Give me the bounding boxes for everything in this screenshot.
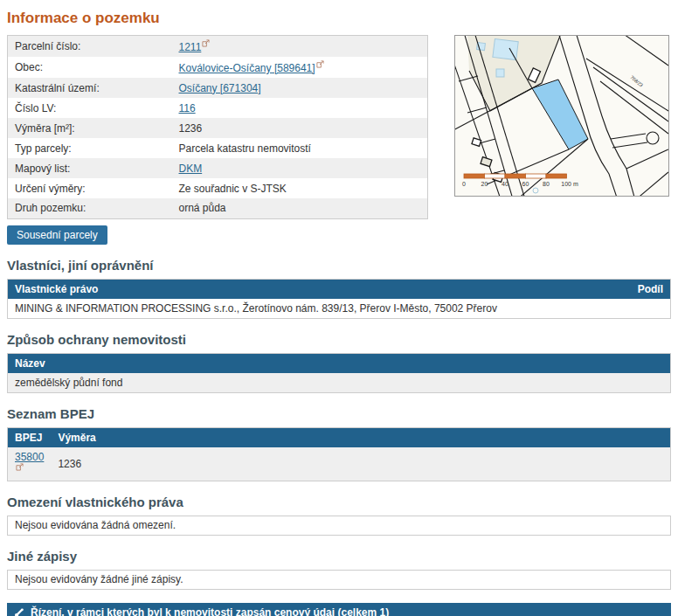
other-entries-empty-box: Nejsou evidovány žádné jiné zápisy.: [7, 570, 671, 590]
row-value: orná půda: [172, 198, 428, 218]
protection-value: zemědělský půdní fond: [8, 373, 671, 393]
external-link-icon: [316, 60, 324, 68]
restrictions-empty-text: Nejsou evidována žádná omezení.: [15, 519, 176, 531]
parcel-info-page: Informace o pozemku Parcelní číslo: 1211…: [0, 0, 678, 616]
protection-col-name: Název: [8, 353, 671, 373]
row-value: DKM: [172, 158, 428, 178]
svg-text:20: 20: [481, 181, 488, 187]
map-sheet-link[interactable]: DKM: [179, 163, 203, 175]
owners-col-right: Vlastnické právo: [8, 279, 621, 299]
table-row: Obec: Koválovice-Osíčany [589641]: [8, 57, 428, 78]
row-label: Určení výměry:: [8, 178, 172, 198]
owners-heading: Vlastníci, jiní oprávnění: [7, 258, 671, 273]
row-label: Číslo LV:: [8, 98, 172, 118]
row-label: Parcelní číslo:: [8, 36, 172, 58]
row-value: 1236: [172, 118, 428, 138]
row-label: Obec:: [8, 57, 172, 78]
cadastral-territory-link[interactable]: Osíčany [671304]: [179, 82, 261, 94]
bpej-heading: Seznam BPEJ: [7, 406, 671, 421]
table-row: Parcelní číslo: 1211: [8, 36, 428, 58]
bpej-link[interactable]: 35800: [15, 451, 44, 463]
table-row: MINING & INFORMATION PROCESSING s.r.o., …: [8, 299, 671, 319]
restrictions-empty-box: Nejsou evidována žádná omezení.: [7, 516, 671, 536]
table-row: Číslo LV: 116: [8, 98, 428, 118]
table-row: 35800 1236: [8, 447, 671, 481]
table-row: zemědělský půdní fond: [8, 373, 671, 393]
row-value: Ze souřadnic v S-JTSK: [172, 178, 428, 198]
table-row: Typ parcely: Parcela katastru nemovitost…: [8, 138, 428, 158]
row-label: Druh pozemku:: [8, 198, 172, 218]
page-title: Informace o pozemku: [7, 10, 671, 27]
svg-text:60: 60: [522, 181, 529, 187]
accordion-label: Řízení, v rámci kterých byl k nemovitost…: [31, 606, 389, 616]
owners-col-share: Podíl: [621, 279, 671, 299]
row-value: 1211: [172, 36, 428, 58]
bpej-area-cell: 1236: [51, 447, 670, 481]
top-section: Parcelní číslo: 1211 Obec: Koválovice-Os…: [7, 35, 671, 219]
link-icon: [14, 607, 24, 616]
svg-text:40: 40: [502, 181, 508, 187]
bpej-table: BPEJ Výměra 35800 1236: [7, 427, 671, 481]
external-link-icon: [202, 39, 210, 47]
lv-number-link[interactable]: 116: [179, 102, 196, 114]
row-label: Typ parcely:: [8, 138, 172, 158]
cadastral-map-svg: 708/23 0 20 40 60 80 100 m: [455, 36, 668, 196]
bpej-col-code: BPEJ: [8, 427, 52, 447]
bpej-col-area: Výměra: [51, 427, 670, 447]
row-label: Katastrální území:: [8, 78, 172, 98]
cadastral-map-thumbnail[interactable]: 708/23 0 20 40 60 80 100 m: [454, 35, 669, 197]
parcel-number-link[interactable]: 1211: [179, 41, 202, 53]
price-proceedings-accordion[interactable]: Řízení, v rámci kterých byl k nemovitost…: [7, 603, 671, 616]
external-link-icon: [16, 463, 24, 471]
parcel-info-table: Parcelní číslo: 1211 Obec: Koválovice-Os…: [7, 35, 428, 219]
owner-name: MINING & INFORMATION PROCESSING s.r.o., …: [8, 299, 621, 319]
restrictions-heading: Omezení vlastnického práva: [7, 495, 671, 509]
protection-table: Název zemědělský půdní fond: [7, 353, 671, 393]
svg-text:100 m: 100 m: [561, 181, 578, 187]
row-value: Koválovice-Osíčany [589641]: [172, 57, 428, 78]
owners-table: Vlastnické právo Podíl MINING & INFORMAT…: [7, 279, 671, 319]
owner-share: [621, 299, 671, 319]
table-row: Mapový list: DKM: [8, 158, 428, 178]
row-value: Osíčany [671304]: [172, 78, 428, 98]
protection-heading: Způsob ochrany nemovitosti: [7, 332, 671, 347]
municipality-link[interactable]: Koválovice-Osíčany [589641]: [179, 62, 315, 74]
row-value: 116: [172, 98, 428, 118]
table-row: Určení výměry: Ze souřadnic v S-JTSK: [8, 178, 428, 198]
row-value: Parcela katastru nemovitostí: [172, 138, 428, 158]
svg-text:80: 80: [543, 181, 550, 187]
row-label: Mapový list:: [8, 158, 172, 178]
table-row: Druh pozemku: orná půda: [8, 198, 428, 218]
other-entries-heading: Jiné zápisy: [7, 549, 671, 564]
table-row: Výměra [m²]: 1236: [8, 118, 428, 138]
bpej-code-cell: 35800: [8, 447, 52, 481]
row-label: Výměra [m²]:: [8, 118, 172, 138]
neighbor-parcels-button[interactable]: Sousední parcely: [7, 225, 107, 245]
svg-text:0: 0: [462, 181, 466, 187]
other-entries-empty-text: Nejsou evidovány žádné jiné zápisy.: [15, 573, 183, 585]
table-row: Katastrální území: Osíčany [671304]: [8, 78, 428, 98]
